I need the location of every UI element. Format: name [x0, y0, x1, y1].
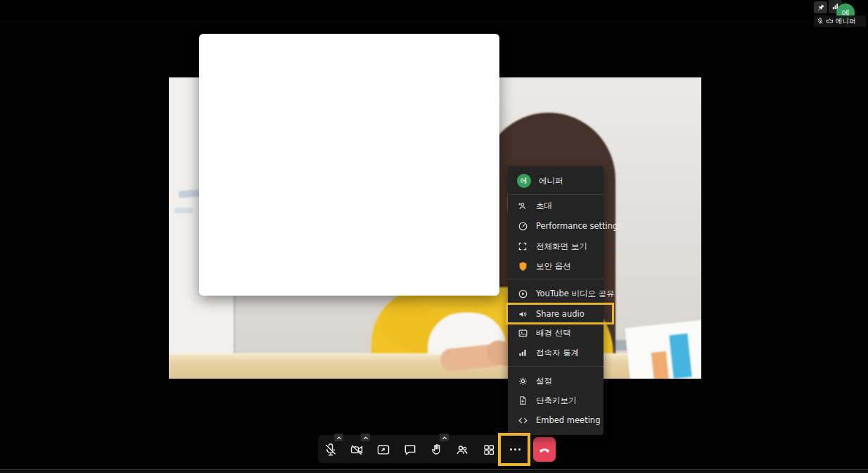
camera-options-caret[interactable] — [361, 434, 370, 441]
more-options-button[interactable] — [503, 438, 527, 461]
phone-hangup-icon — [538, 443, 551, 456]
hand-options-caret[interactable] — [440, 434, 449, 441]
mic-muted-icon — [817, 18, 824, 25]
mic-muted-icon — [324, 443, 338, 457]
desk — [169, 353, 701, 379]
menu-item-background-select[interactable]: 배경 선택 — [508, 323, 604, 343]
hangup-button[interactable] — [533, 437, 556, 462]
chat-button[interactable] — [398, 438, 422, 461]
meeting-app: Remote Ultimate Premiums Prevent Evenly … — [0, 0, 868, 473]
screen-share-dialog — [199, 34, 499, 296]
participants-icon — [455, 443, 469, 457]
play-circle-icon — [517, 288, 528, 299]
screen-share-button[interactable] — [371, 438, 395, 461]
chat-icon — [403, 443, 417, 457]
hand-icon — [430, 443, 443, 456]
person-add-icon — [517, 200, 528, 211]
code-icon — [517, 415, 528, 426]
document-icon — [517, 395, 528, 406]
more-dots-icon — [510, 448, 521, 450]
more-options-menu: 에 에니퍼 초대 Performance settings 전체화면 보기 보안… — [508, 166, 604, 435]
pin-icon — [817, 4, 825, 12]
menu-item-invite[interactable]: 초대 — [508, 196, 604, 215]
fullscreen-icon — [517, 241, 528, 252]
pin-button[interactable] — [814, 1, 827, 13]
menu-item-fullscreen-view[interactable]: 전체화면 보기 — [508, 237, 604, 256]
speaker-icon — [517, 308, 528, 320]
chart-paper — [625, 320, 701, 379]
bottom-edge-strip — [0, 470, 868, 473]
menu-divider — [508, 194, 604, 195]
stats-bars-icon — [517, 347, 528, 358]
menu-item-shortcuts[interactable]: 단축키보기 — [508, 391, 604, 410]
mic-options-caret[interactable] — [334, 434, 343, 441]
grid-icon — [483, 443, 495, 456]
host-crown-icon — [826, 18, 834, 25]
self-name: 에니퍼 — [836, 17, 856, 26]
screen-share-icon — [376, 443, 390, 457]
menu-item-embed-meeting[interactable]: Embed meeting — [508, 410, 604, 430]
shield-icon — [517, 260, 528, 272]
participants-button[interactable] — [450, 438, 474, 461]
layout-grid-button[interactable] — [477, 438, 501, 461]
user-avatar: 에 — [517, 174, 531, 188]
menu-item-settings[interactable]: 설정 — [508, 371, 604, 391]
user-name: 에니퍼 — [539, 176, 563, 187]
menu-item-attendee-stats[interactable]: 접속자 통계 — [508, 343, 604, 362]
image-icon — [517, 327, 528, 339]
speedometer-icon — [517, 220, 528, 232]
self-name-bar: 에니퍼 — [814, 15, 866, 27]
menu-item-share-audio[interactable]: Share audio — [508, 304, 604, 324]
menu-item-security-options[interactable]: 보안 옵션 — [508, 256, 604, 276]
menu-divider — [508, 279, 604, 279]
camera-muted-icon — [350, 443, 364, 457]
top-bar — [0, 0, 868, 18]
menu-divider — [508, 366, 604, 367]
gear-icon — [517, 375, 528, 386]
menu-item-youtube-share[interactable]: YouTube 비디오 공유 — [508, 284, 604, 303]
menu-item-performance-settings[interactable]: Performance settings — [508, 216, 604, 236]
menu-user-row[interactable]: 에 에니퍼 — [508, 170, 604, 191]
